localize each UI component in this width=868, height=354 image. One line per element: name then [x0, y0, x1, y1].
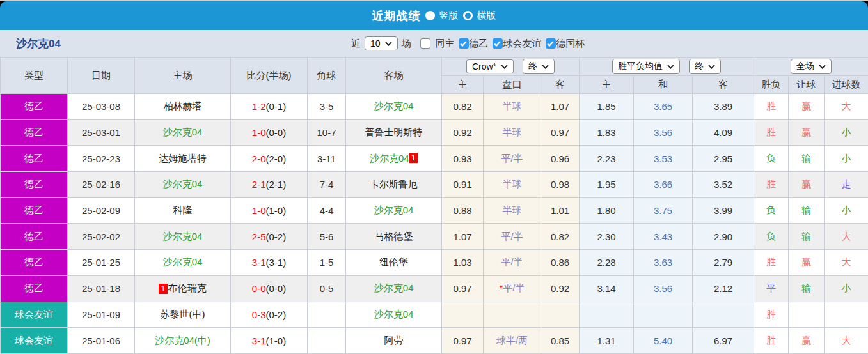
handicap-line-text: 半球 [503, 100, 522, 111]
cell-home-team: 沙尔克04(中) [135, 328, 231, 354]
home-team-name[interactable]: 沙尔克04 [163, 127, 203, 137]
chevron-down-icon [542, 65, 549, 69]
results-table: 类型 日期 主场 比分(半场) 角球 客场 Crow* 终 [0, 57, 868, 354]
cell-handicap-home-odds: 0.97 [442, 328, 484, 354]
home-team-name[interactable]: 沙尔克04 [163, 256, 203, 267]
home-team-name[interactable]: 达姆施塔特 [159, 153, 207, 164]
cell-handicap-line: 半球 [484, 197, 541, 224]
table-row: 德乙25-02-16沙尔克042-1(2-1)7-4卡尔斯鲁厄0.91半球0.9… [1, 172, 868, 198]
chevron-down-icon [667, 65, 674, 69]
chevron-down-icon [501, 65, 508, 69]
away-team-name[interactable]: 沙尔克04 [370, 153, 409, 164]
odds-draw-value: 3.75 [654, 205, 672, 216]
cell-date: 25-01-09 [68, 302, 135, 328]
cell-home-team: 沙尔克04 [135, 172, 231, 198]
bookmaker-select[interactable]: Crow* [466, 59, 514, 73]
home-team-name[interactable]: 沙尔克04 [163, 231, 203, 242]
cell-home-team: 达姆施塔特 [135, 146, 231, 172]
full-time-score: 1-0 [252, 205, 266, 216]
away-team-name[interactable]: 沙尔克04 [374, 204, 414, 215]
cell-handicap-away-odds: 0.82 [541, 224, 580, 250]
page-title: 近期战绩 [372, 8, 421, 24]
away-team-name[interactable]: 沙尔克04 [374, 309, 414, 319]
cell-odds-draw: 3.56 [634, 275, 693, 302]
scope-select[interactable]: 全场 [791, 59, 832, 74]
full-time-score: 2-0 [252, 153, 266, 164]
cell-date: 25-02-02 [68, 224, 135, 250]
odds-type-select[interactable]: 胜平负均值 [612, 59, 680, 74]
cell-odds-home: 1.31 [580, 328, 634, 354]
horizontal-layout-label[interactable]: 横版 [477, 10, 496, 22]
cell-home-team: 1布伦瑞克 [135, 275, 231, 302]
cell-result: 胜 [754, 94, 789, 120]
col-header-corners: 角球 [308, 58, 346, 94]
home-team-name[interactable]: 沙尔克04(中) [155, 335, 210, 346]
col-header-date: 日期 [68, 58, 135, 94]
cell-odds-draw [634, 302, 693, 328]
vertical-layout-label[interactable]: 竖版 [439, 10, 459, 22]
away-team-name[interactable]: 普鲁士明斯特 [365, 127, 423, 137]
vertical-layout-radio[interactable] [425, 11, 435, 20]
half-time-score: (1-0) [266, 205, 287, 216]
filter-checkbox-2[interactable] [493, 38, 503, 49]
handicap-line-text: 平/半 [501, 231, 523, 242]
subcol-odds-draw: 和 [634, 76, 693, 94]
subcol-handicap-result: 让球 [789, 76, 825, 94]
away-team-name[interactable]: 卡尔斯鲁厄 [370, 178, 418, 189]
cell-date: 25-02-09 [68, 197, 135, 224]
away-team-name[interactable]: 马格德堡 [375, 231, 413, 242]
odds-time-select[interactable]: 终 [689, 59, 721, 74]
cell-score: 0-0(0-0) [231, 275, 308, 302]
home-team-name[interactable]: 苏黎世(中) [161, 309, 205, 319]
cell-match-type: 德乙 [1, 275, 68, 302]
odds-group-header: 胜平负均值 终 [580, 58, 754, 76]
cell-handicap-result: 输 [789, 146, 825, 172]
away-team-name[interactable]: 沙尔克04 [374, 282, 414, 293]
cell-odds-home [580, 302, 634, 328]
cell-odds-draw: 3.53 [634, 146, 693, 172]
odds-type-value: 胜平负均值 [618, 61, 663, 72]
odds-draw-value: 3.56 [654, 127, 672, 138]
filter-checkbox-1[interactable] [459, 38, 469, 49]
horizontal-layout-radio[interactable] [463, 11, 473, 20]
handicap-time-select[interactable]: 终 [523, 59, 555, 74]
recent-count-value: 10 [370, 38, 381, 49]
filter-checkbox-0[interactable] [420, 38, 430, 49]
filter-checkbox-3[interactable] [546, 38, 556, 49]
cell-goals: 小 [825, 119, 868, 146]
away-team-name[interactable]: 沙尔克04 [374, 100, 414, 111]
bookmaker-value: Crow* [472, 61, 496, 72]
home-team-name[interactable]: 柏林赫塔 [164, 100, 202, 111]
filter-checkbox-label-0[interactable]: 同主 [436, 38, 455, 50]
table-row: 球会友谊25-01-09苏黎世(中)0-3(0-2)沙尔克04胜 [1, 302, 868, 328]
cell-match-type: 球会友谊 [1, 302, 68, 328]
home-team-name[interactable]: 布伦瑞克 [168, 282, 207, 293]
window-top-chrome: 近期战绩 竖版 横版 [0, 0, 868, 30]
check-icon [547, 41, 554, 47]
near-label: 近 [351, 38, 361, 50]
cell-handicap-home-odds: 1.07 [442, 224, 484, 250]
cell-corners: 10-7 [308, 119, 346, 146]
cell-away-team: 沙尔克04 [346, 197, 442, 224]
cell-odds-away: 2.90 [693, 224, 754, 250]
recent-count-select[interactable]: 10 [365, 36, 398, 50]
cell-handicap-home-odds: 0.82 [442, 94, 484, 120]
cell-score: 0-3(0-2) [231, 302, 308, 328]
handicap-line-text: 平/半 [501, 256, 523, 267]
full-time-score: 0-3 [252, 309, 266, 320]
home-team-name[interactable]: 科隆 [173, 204, 193, 215]
cell-away-team: 纽伦堡 [346, 250, 442, 276]
filter-checkbox-label-2[interactable]: 球会友谊 [503, 38, 542, 50]
filter-checkbox-label-3[interactable]: 德国杯 [556, 38, 585, 50]
cell-odds-draw: 3.43 [634, 224, 693, 250]
away-team-name[interactable]: 阿劳 [384, 335, 404, 346]
filter-checkbox-label-1[interactable]: 德乙 [470, 38, 489, 50]
cell-goals: 小 [825, 146, 868, 172]
league-filter-checkboxes: 同主德乙球会友谊德国杯 [415, 38, 585, 50]
cell-score: 2-1(2-1) [231, 172, 308, 198]
recent-results-widget: 近期战绩 竖版 横版 沙尔克04 近 10 场 同主德乙球会友谊德国杯 [0, 0, 868, 354]
handicap-line-text: 平/半 [503, 282, 525, 293]
home-team-name[interactable]: 沙尔克04 [163, 178, 203, 189]
cell-home-team: 沙尔克04 [135, 250, 231, 276]
away-team-name[interactable]: 纽伦堡 [379, 256, 408, 267]
